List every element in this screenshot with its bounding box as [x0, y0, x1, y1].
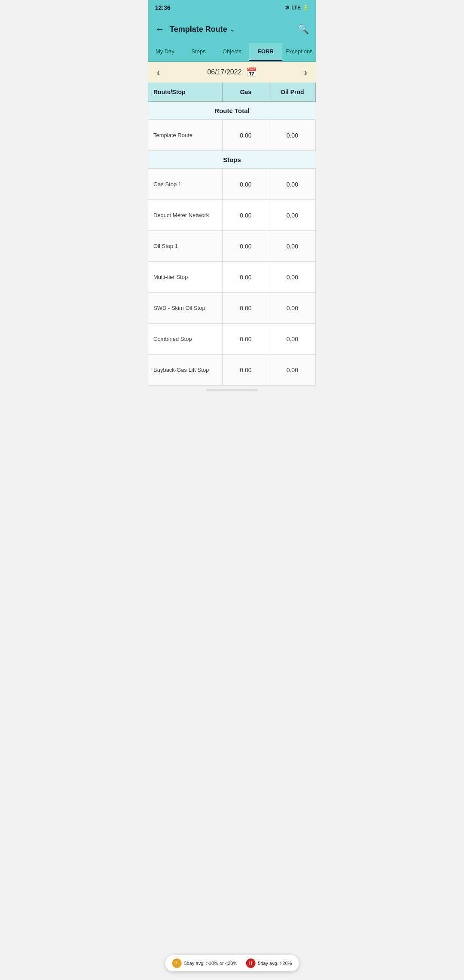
- table-header: Route/Stop Gas Oil Prod: [148, 83, 316, 102]
- tab-eorr[interactable]: EORR: [249, 43, 282, 61]
- col-header-oil-prod: Oil Prod: [269, 83, 316, 101]
- stop-gas: 0.00: [223, 231, 269, 261]
- table-row: Template Route 0.00 0.00: [148, 120, 316, 151]
- table-row: Combined Stop 0.00 0.00: [148, 324, 316, 355]
- signal-icon: LTE: [291, 5, 301, 11]
- header-left: ← Template Route ⌄: [155, 24, 235, 35]
- stop-oilprod: 0.00: [269, 231, 316, 261]
- col-header-gas: Gas: [223, 83, 269, 101]
- data-table: Route/Stop Gas Oil Prod Route Total Temp…: [148, 83, 316, 386]
- page-title: Template Route: [170, 25, 227, 34]
- stop-name: Buyback-Gas Lift Stop: [148, 355, 223, 385]
- search-button[interactable]: 🔍: [297, 24, 309, 35]
- table-row: Buyback-Gas Lift Stop 0.00 0.00: [148, 355, 316, 386]
- tab-exceptions[interactable]: Exceptions: [282, 43, 316, 61]
- tab-objects[interactable]: Objects: [215, 43, 249, 61]
- stop-gas: 0.00: [223, 293, 269, 323]
- stop-gas: 0.00: [223, 262, 269, 292]
- date-center: 06/17/2022 📅: [207, 67, 256, 77]
- calendar-icon[interactable]: 📅: [246, 67, 257, 77]
- next-date-button[interactable]: ›: [304, 67, 307, 77]
- route-oilprod-value: 0.00: [269, 120, 316, 150]
- status-icons: ⚙ LTE 🔋: [285, 5, 309, 11]
- stop-oilprod: 0.00: [269, 262, 316, 292]
- settings-icon: ⚙: [285, 5, 290, 11]
- header-title-wrap: Template Route ⌄: [170, 25, 235, 34]
- home-indicator: [206, 389, 258, 391]
- table-row: Deduct Meter Network 0.00 0.00: [148, 200, 316, 231]
- stop-name: Multi-tier Stop: [148, 262, 223, 292]
- tab-bar: My Day Stops Objects EORR Exceptions: [148, 43, 316, 62]
- current-date: 06/17/2022: [207, 68, 241, 76]
- stop-oilprod: 0.00: [269, 169, 316, 199]
- table-row: Gas Stop 1 0.00 0.00: [148, 169, 316, 200]
- battery-icon: 🔋: [302, 5, 309, 11]
- stops-section-header: Stops: [148, 151, 316, 169]
- date-navigation: ‹ 06/17/2022 📅 ›: [148, 62, 316, 83]
- stop-oilprod: 0.00: [269, 293, 316, 323]
- stop-oilprod: 0.00: [269, 324, 316, 354]
- stop-gas: 0.00: [223, 324, 269, 354]
- app-header: ← Template Route ⌄ 🔍: [148, 15, 316, 43]
- prev-date-button[interactable]: ‹: [157, 67, 160, 77]
- tab-my-day[interactable]: My Day: [148, 43, 182, 61]
- stop-oilprod: 0.00: [269, 355, 316, 385]
- status-bar: 12:36 ⚙ LTE 🔋: [148, 0, 316, 15]
- stop-gas: 0.00: [223, 169, 269, 199]
- tab-stops[interactable]: Stops: [182, 43, 215, 61]
- stop-name: Gas Stop 1: [148, 169, 223, 199]
- stop-gas: 0.00: [223, 200, 269, 230]
- back-button[interactable]: ←: [155, 24, 165, 35]
- route-gas-value: 0.00: [223, 120, 269, 150]
- col-header-route-stop: Route/Stop: [148, 83, 223, 101]
- stop-gas: 0.00: [223, 355, 269, 385]
- stop-oilprod: 0.00: [269, 200, 316, 230]
- status-time: 12:36: [155, 4, 171, 11]
- table-row: SWD - Skim Oil Stop 0.00 0.00: [148, 293, 316, 324]
- stop-name: Oil Stop 1: [148, 231, 223, 261]
- stop-name: Combined Stop: [148, 324, 223, 354]
- chevron-down-icon[interactable]: ⌄: [230, 26, 235, 33]
- route-name: Template Route: [148, 120, 223, 150]
- table-row: Multi-tier Stop 0.00 0.00: [148, 262, 316, 293]
- stop-name: SWD - Skim Oil Stop: [148, 293, 223, 323]
- route-total-section-header: Route Total: [148, 102, 316, 120]
- table-row: Oil Stop 1 0.00 0.00: [148, 231, 316, 262]
- stop-name: Deduct Meter Network: [148, 200, 223, 230]
